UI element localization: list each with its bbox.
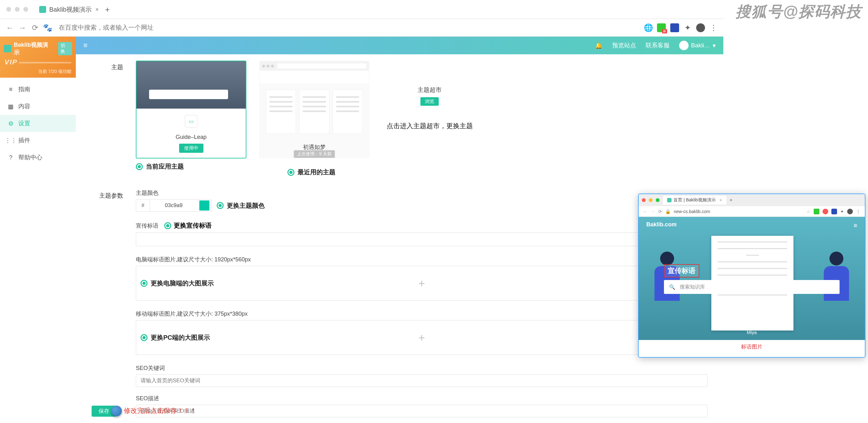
avatar-icon[interactable] bbox=[847, 209, 853, 214]
window-traffic-lights[interactable] bbox=[6, 7, 28, 12]
sidebar-menu: ≡指南 ▦内容 ⚙设置 ⋮⋮插件 ?帮助中心 bbox=[0, 78, 76, 166]
tab-favicon-icon bbox=[667, 198, 672, 202]
theme-name: 初遇如梦 bbox=[260, 143, 369, 151]
radio-icon bbox=[287, 169, 294, 176]
theme-hero-preview bbox=[136, 61, 246, 108]
traffic-max-icon[interactable] bbox=[656, 198, 659, 202]
sidebar-item-plugins[interactable]: ⋮⋮插件 bbox=[0, 132, 76, 149]
topbar-preview-link[interactable]: 预览站点 bbox=[612, 41, 636, 50]
hero-person-right bbox=[817, 252, 856, 340]
switch-site-button[interactable]: 切换 bbox=[58, 42, 72, 55]
star-icon[interactable]: ☆ bbox=[806, 209, 810, 214]
hero-search-input[interactable]: 🔍 搜索知识库 bbox=[664, 280, 840, 294]
seo-keywords-input[interactable] bbox=[136, 375, 708, 387]
ext-puzzle-icon[interactable]: ✦ bbox=[840, 209, 844, 214]
seo-description-input[interactable] bbox=[136, 405, 708, 417]
sidebar-item-label: 内容 bbox=[18, 102, 30, 110]
traffic-min-icon[interactable] bbox=[15, 7, 20, 12]
ext-icon[interactable] bbox=[823, 209, 828, 214]
nav-forward-icon[interactable]: → bbox=[18, 24, 27, 32]
color-swatch[interactable] bbox=[199, 200, 210, 210]
sidebar: Baklib视频演示 切换 VIP 当前 7/20 项功能 ≡指南 ▦内容 ⚙设… bbox=[0, 37, 76, 423]
vip-badge: VIP bbox=[4, 58, 18, 66]
slogan-input[interactable] bbox=[136, 232, 708, 246]
ext-icon[interactable] bbox=[831, 209, 837, 214]
new-tab-button[interactable]: + bbox=[105, 5, 110, 14]
plugin-icon: ⋮⋮ bbox=[7, 137, 14, 143]
pc-image-upload[interactable]: 更换电脑端的大图展示 ＋ bbox=[136, 266, 708, 300]
nav-back-icon[interactable]: ← bbox=[643, 209, 648, 214]
topbar-user-menu[interactable]: Bakli… ▾ bbox=[679, 41, 716, 50]
nav-forward-icon[interactable]: → bbox=[651, 209, 655, 214]
menu-dots-icon[interactable]: ⋮ bbox=[709, 24, 718, 32]
seo-desc-label: SEO描述 bbox=[136, 395, 708, 402]
change-color-label: 更换主题颜色 bbox=[217, 201, 265, 210]
topbar-contact-link[interactable]: 联系客服 bbox=[646, 41, 670, 50]
sidebar-item-settings[interactable]: ⚙设置 bbox=[0, 115, 76, 132]
color-value-input[interactable] bbox=[150, 199, 197, 212]
preview-url: new-cs.baklib.com bbox=[674, 209, 710, 214]
sidebar-item-content[interactable]: ▦内容 bbox=[0, 98, 76, 115]
nav-reload-icon[interactable]: ⟳ bbox=[31, 24, 39, 32]
theme-card-current[interactable]: ▭ Guide–Leap 使用中 bbox=[136, 61, 246, 159]
traffic-min-icon[interactable] bbox=[649, 198, 653, 202]
mobile-img-label: 移动端标语图片,建议尺寸大小: 375px*380px bbox=[136, 310, 708, 318]
menu-dots-icon[interactable]: ⋮ bbox=[856, 209, 861, 214]
topbar: ≡ 🔔 预览站点 联系客服 Bakli… ▾ bbox=[76, 37, 723, 54]
omnibox-input[interactable] bbox=[56, 22, 640, 34]
sidebar-item-help[interactable]: ?帮助中心 bbox=[0, 149, 76, 166]
hero-search-placeholder: 搜索知识库 bbox=[680, 284, 705, 290]
preview-browser-tab[interactable]: 首页 | Baklib视频演示 × bbox=[663, 196, 726, 204]
ext-puzzle-icon[interactable]: ✦ bbox=[684, 24, 692, 32]
topbar-hamburger-icon[interactable]: ≡ bbox=[83, 41, 88, 50]
seo-kw-label: SEO关键词 bbox=[136, 364, 708, 372]
new-tab-button[interactable]: + bbox=[730, 197, 733, 203]
tab-favicon-icon bbox=[39, 6, 46, 13]
sidebar-item-label: 设置 bbox=[18, 119, 30, 128]
browser-tab-active[interactable]: Baklib视频演示 × bbox=[35, 2, 101, 17]
profile-avatar-icon[interactable] bbox=[696, 23, 705, 32]
user-name: Bakli… bbox=[691, 42, 710, 49]
sidebar-item-label: 插件 bbox=[18, 136, 30, 144]
save-note: 修改完后点击保存！！！ bbox=[124, 406, 197, 415]
theme-card-recent[interactable]: 初遇如梦 上次使用：9 天前 bbox=[259, 61, 370, 159]
radio-icon bbox=[136, 163, 143, 170]
search-icon: 🔍 bbox=[669, 284, 675, 290]
hero-author: Miya bbox=[747, 330, 757, 335]
nav-back-icon[interactable]: ← bbox=[6, 24, 14, 32]
sidebar-item-guide[interactable]: ≡指南 bbox=[0, 81, 76, 98]
traffic-close-icon[interactable] bbox=[642, 198, 646, 202]
ext-wechat-icon[interactable]: 新 bbox=[657, 23, 666, 32]
browser-tab-strip: Baklib视频演示 × + bbox=[0, 0, 723, 19]
radio-icon bbox=[217, 202, 224, 209]
folder-icon: ▭ bbox=[185, 115, 197, 128]
section-label-theme: 主题 bbox=[92, 61, 123, 71]
tab-title: Baklib视频演示 bbox=[49, 5, 92, 14]
globe-icon[interactable]: 🌐 bbox=[644, 24, 653, 32]
save-button[interactable]: 保存 bbox=[92, 405, 116, 417]
brand-logo-icon bbox=[4, 45, 11, 53]
annotation-pointer-icon bbox=[111, 405, 122, 416]
preview-tabstrip: 首页 | Baklib视频演示 × + bbox=[639, 194, 865, 206]
save-bar: 保存 修改完后点击保存！！！ bbox=[92, 405, 197, 417]
ext-m-icon[interactable] bbox=[670, 23, 679, 32]
browser-url-bar: ← → ⟳ 🐾 🌐 新 ✦ ⋮ bbox=[0, 19, 723, 37]
plus-icon: ＋ bbox=[416, 276, 427, 290]
tab-close-icon[interactable]: × bbox=[95, 6, 99, 13]
mobile-image-upload[interactable]: 更换PC端的大图展示 ＋ bbox=[136, 320, 708, 355]
tab-close-icon[interactable]: × bbox=[719, 198, 722, 203]
change-mobile-label: 更换PC端的大图展示 bbox=[151, 333, 210, 342]
bell-icon[interactable]: 🔔 bbox=[595, 42, 603, 49]
vip-progress bbox=[19, 62, 71, 63]
nav-reload-icon[interactable]: ⟳ bbox=[658, 209, 662, 214]
browse-market-button[interactable]: 浏览 bbox=[421, 97, 439, 106]
traffic-close-icon[interactable] bbox=[6, 7, 11, 12]
site-identity-icon[interactable]: 🐾 bbox=[43, 24, 52, 32]
sidebar-item-label: 指南 bbox=[18, 85, 30, 93]
content-icon: ▦ bbox=[7, 103, 14, 109]
extension-icons: 🌐 新 ✦ ⋮ bbox=[644, 23, 718, 32]
traffic-max-icon[interactable] bbox=[23, 7, 28, 12]
chevron-down-icon: ▾ bbox=[713, 42, 716, 49]
ext-icon[interactable] bbox=[814, 209, 819, 214]
preview-hamburger-icon[interactable]: ≡ bbox=[854, 222, 857, 229]
